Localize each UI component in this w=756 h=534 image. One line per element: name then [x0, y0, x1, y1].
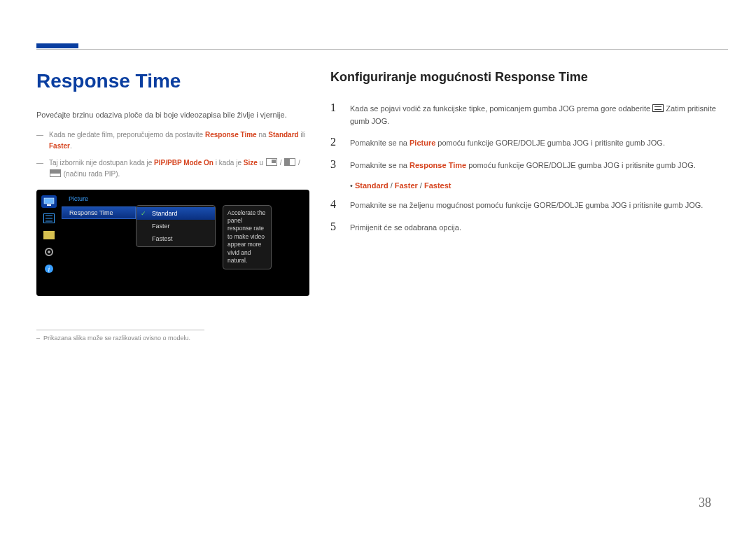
step-3: 3 Pomaknite se na Response Time pomoću f… — [330, 158, 728, 172]
pip-icon-half-left — [284, 158, 295, 166]
step-5: 5 Primijenit će se odabrana opcija. — [330, 220, 728, 234]
osd-screenshot: i Picture Response Time ✓Standard Faster… — [36, 190, 309, 296]
header-rule — [36, 49, 728, 50]
osd-option-standard: ✓Standard — [136, 207, 215, 220]
note-1: Kada ne gledate film, preporučujemo da p… — [36, 129, 309, 152]
step-3-text: Pomaknite se na Response Time pomoću fun… — [350, 158, 696, 172]
osd-menu-col: Picture Response Time — [62, 190, 136, 296]
osd-description-col: Accelerate the panel response rate to ma… — [216, 190, 279, 296]
step-4-text: Pomaknite se na željenu mogućnost pomoću… — [350, 198, 703, 212]
note1-faster: Faster — [49, 142, 70, 150]
menu-icon — [652, 104, 664, 112]
footnote-text: Prikazana slika može se razlikovati ovis… — [36, 335, 309, 342]
step3-post: pomoću funkcije GORE/DOLJE gumba JOG i p… — [466, 161, 696, 169]
step2-pre: Pomaknite se na — [350, 139, 410, 147]
step-2: 2 Pomaknite se na Picture pomoću funkcij… — [330, 136, 728, 150]
osd-menu-item: Response Time — [62, 206, 136, 219]
step3-pre: Pomaknite se na — [350, 161, 410, 169]
pip-icon-half-top — [50, 169, 61, 177]
step1-pre: Kada se pojavi vodič za funkcijske tipke… — [350, 104, 652, 113]
bullet-faster: Faster — [395, 181, 418, 190]
svg-point-5 — [48, 251, 50, 253]
step-5-text: Primijenit će se odabrana opcija. — [350, 220, 461, 234]
check-icon: ✓ — [141, 210, 146, 217]
step-num-5: 5 — [330, 220, 340, 233]
osd-sidebar-picture-icon — [41, 195, 57, 208]
note1-na: na — [257, 131, 269, 139]
step3-response-time: Response Time — [410, 161, 466, 169]
osd-options-col: ✓Standard Faster Fastest — [136, 190, 216, 296]
osd-sidebar: i — [36, 190, 62, 296]
note2-pip: PIP/PBP Mode On — [154, 159, 214, 167]
step2-picture: Picture — [410, 139, 435, 147]
osd-sidebar-onscreen-icon — [41, 229, 57, 241]
note1-response-time: Response Time — [205, 131, 257, 139]
footnote-rule — [36, 330, 204, 330]
svg-rect-1 — [47, 204, 51, 206]
step-num-3: 3 — [330, 158, 340, 171]
header-accent-bar — [36, 43, 78, 48]
step-num-2: 2 — [330, 136, 340, 148]
subsection-heading: Konfiguriranje mogućnosti Response Time — [330, 70, 728, 85]
note1-pre: Kada ne gledate film, preporučujemo da p… — [49, 131, 205, 139]
osd-option-faster: Faster — [136, 220, 215, 232]
bullet-standard: Standard — [355, 181, 388, 190]
osd-sidebar-pip-icon — [41, 212, 57, 225]
osd-sidebar-info-icon: i — [41, 262, 57, 275]
note2-pre: Taj izbornik nije dostupan kada je — [49, 159, 154, 167]
note1-standard: Standard — [268, 131, 298, 139]
step-2-text: Pomaknite se na Picture pomoću funkcije … — [350, 136, 665, 150]
osd-menu-head: Picture — [62, 194, 136, 206]
pip-icon-small-tr — [266, 158, 277, 166]
left-column: Response Time Povećajte brzinu odaziva p… — [36, 70, 309, 342]
osd-sidebar-settings-icon — [41, 246, 57, 258]
steps-list: 1 Kada se pojavi vodič za funkcijske tip… — [330, 101, 728, 234]
osd-description: Accelerate the panel response rate to ma… — [223, 205, 272, 269]
page-number: 38 — [699, 496, 711, 510]
note-2: Taj izbornik nije dostupan kada je PIP/P… — [36, 157, 309, 180]
note2-mid: i kada je — [214, 159, 244, 167]
step-4: 4 Pomaknite se na željenu mogućnost pomo… — [330, 198, 728, 212]
osd-option-fastest: Fastest — [136, 232, 215, 245]
note2-size: Size — [244, 159, 258, 167]
right-column: Konfiguriranje mogućnosti Response Time … — [330, 70, 728, 342]
svg-text:i: i — [48, 265, 50, 273]
svg-rect-0 — [44, 198, 54, 204]
note1-ili: ili — [299, 131, 305, 139]
step2-post: pomoću funkcije GORE/DOLJE gumba JOG i p… — [435, 139, 665, 147]
intro-text: Povećajte brzinu odaziva ploče da bi boj… — [36, 109, 309, 121]
section-heading: Response Time — [36, 70, 309, 92]
step-1: 1 Kada se pojavi vodič za funkcijske tip… — [330, 101, 728, 127]
step-1-text: Kada se pojavi vodič za funkcijske tipke… — [350, 101, 728, 127]
osd-options-box: ✓Standard Faster Fastest — [136, 205, 216, 247]
step-num-1: 1 — [330, 101, 340, 114]
bullet-fastest: Fastest — [424, 181, 451, 190]
osd-opt1-label: Standard — [152, 210, 178, 217]
svg-rect-3 — [43, 231, 55, 239]
page-content: Response Time Povećajte brzinu odaziva p… — [36, 70, 728, 342]
note1-end: . — [70, 142, 72, 150]
note2-end: (načinu rada PIP). — [64, 170, 120, 178]
options-bullet: Standard / Faster / Fastest — [350, 180, 728, 190]
note2-u: u — [258, 159, 265, 167]
step-num-4: 4 — [330, 198, 340, 211]
